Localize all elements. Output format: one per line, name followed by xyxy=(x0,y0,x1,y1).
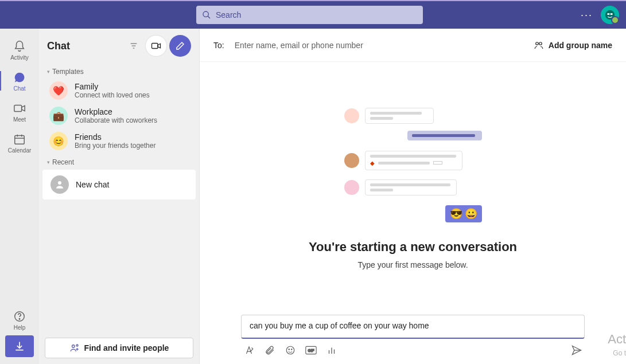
svg-rect-5 xyxy=(14,105,22,111)
person-icon xyxy=(50,175,69,194)
search-input[interactable] xyxy=(216,10,417,19)
avatar-face-icon xyxy=(605,10,615,20)
send-icon xyxy=(571,345,582,356)
download-icon xyxy=(14,340,25,352)
compose-icon xyxy=(175,41,185,51)
svg-point-25 xyxy=(289,349,290,350)
conversation-area: To: Add group name ◆ 😎😀 Y xyxy=(200,29,626,364)
template-title: Workplace xyxy=(75,107,157,116)
rail-activity[interactable]: Activity xyxy=(0,34,39,65)
template-title: Friends xyxy=(75,132,155,142)
rail-calendar[interactable]: Calendar xyxy=(0,127,39,158)
calendar-icon xyxy=(13,132,26,146)
rail-label: Chat xyxy=(13,85,25,92)
template-friends[interactable]: 😊 Friends Bring your friends together xyxy=(39,128,199,154)
emoji-icon xyxy=(285,345,295,355)
svg-rect-4 xyxy=(611,13,613,15)
bell-icon xyxy=(13,40,26,53)
add-group-name-button[interactable]: Add group name xyxy=(534,40,612,50)
search-box[interactable] xyxy=(196,6,423,24)
section-templates[interactable]: Templates xyxy=(39,63,199,78)
template-subtitle: Collaborate with coworkers xyxy=(75,116,157,124)
svg-rect-3 xyxy=(608,13,610,15)
svg-point-26 xyxy=(291,349,293,350)
filter-button[interactable] xyxy=(125,37,143,55)
invite-label: Find and invite people xyxy=(84,343,169,353)
panel-header: Chat xyxy=(39,29,199,63)
svg-point-2 xyxy=(605,10,615,20)
svg-rect-6 xyxy=(15,135,25,144)
template-family[interactable]: ❤️ Family Connect with loved ones xyxy=(39,78,199,103)
search-icon xyxy=(202,10,211,19)
svg-text:GIF: GIF xyxy=(308,349,314,353)
chat-list-panel: Chat Templates ❤️ Family Connect with lo… xyxy=(39,29,200,364)
svg-rect-15 xyxy=(152,44,158,49)
svg-point-24 xyxy=(286,346,294,354)
paperclip-icon xyxy=(265,345,275,355)
heart-icon: ❤️ xyxy=(49,81,68,100)
panel-title: Chat xyxy=(47,40,122,52)
video-icon xyxy=(13,101,26,115)
emoji-reaction-icon: 😎😀 xyxy=(445,205,482,222)
to-label: To: xyxy=(213,41,224,50)
send-button[interactable] xyxy=(571,345,582,356)
template-subtitle: Bring your friends together xyxy=(75,142,155,150)
video-icon xyxy=(151,41,161,51)
empty-subheading: Type your first message below. xyxy=(357,260,468,269)
rail-label: Help xyxy=(14,324,26,331)
svg-point-18 xyxy=(76,345,78,346)
gif-button[interactable]: GIF xyxy=(305,345,317,356)
more-options-icon[interactable]: ··· xyxy=(581,9,593,21)
svg-point-11 xyxy=(19,318,20,319)
template-title: Family xyxy=(75,82,150,91)
title-bar: ··· xyxy=(0,0,626,29)
user-avatar[interactable] xyxy=(601,6,619,24)
poll-button[interactable] xyxy=(326,345,337,356)
rail-label: Meet xyxy=(13,116,26,123)
to-input[interactable] xyxy=(235,41,534,50)
attach-button[interactable] xyxy=(264,345,275,356)
recent-title: New chat xyxy=(76,180,109,189)
emoji-button[interactable] xyxy=(285,345,296,356)
empty-state: ◆ 😎😀 You're starting a new conversation … xyxy=(200,62,626,315)
download-button[interactable] xyxy=(5,335,34,357)
compose-toolbar: GIF xyxy=(241,339,585,356)
recent-new-chat[interactable]: New chat xyxy=(42,170,196,199)
svg-point-0 xyxy=(203,11,208,17)
rail-chat[interactable]: Chat xyxy=(0,65,39,96)
smile-icon: 😊 xyxy=(49,132,68,150)
app-rail: Activity Chat Meet Calendar Help xyxy=(0,29,39,364)
people-add-icon xyxy=(69,343,80,353)
section-recent[interactable]: Recent xyxy=(39,154,199,169)
template-workplace[interactable]: 💼 Workplace Collaborate with coworkers xyxy=(39,103,199,128)
format-icon xyxy=(244,345,254,355)
svg-point-17 xyxy=(72,345,75,348)
invite-people-button[interactable]: Find and invite people xyxy=(45,338,193,358)
empty-heading: You're starting a new conversation xyxy=(309,240,517,255)
poll-icon xyxy=(326,345,337,355)
filter-icon xyxy=(129,41,138,50)
svg-line-1 xyxy=(208,16,210,18)
meet-now-button[interactable] xyxy=(145,35,167,57)
composer: can you buy me a cup of coffee on your w… xyxy=(200,315,626,364)
search-wrap xyxy=(196,6,423,24)
rail-meet[interactable]: Meet xyxy=(0,96,39,127)
rail-label: Activity xyxy=(10,54,29,61)
svg-point-16 xyxy=(58,181,61,185)
conversation-illustration: ◆ 😎😀 xyxy=(344,108,482,222)
people-icon xyxy=(534,40,544,50)
format-button[interactable] xyxy=(243,345,255,356)
message-input[interactable]: can you buy me a cup of coffee on your w… xyxy=(241,315,585,339)
template-subtitle: Connect with loved ones xyxy=(75,91,150,99)
briefcase-icon: 💼 xyxy=(49,107,68,125)
chat-icon xyxy=(13,71,26,84)
to-row: To: Add group name xyxy=(200,29,626,62)
help-icon xyxy=(13,310,26,323)
svg-point-22 xyxy=(539,42,542,45)
rail-label: Calendar xyxy=(8,147,32,154)
new-chat-button[interactable] xyxy=(169,35,191,57)
rail-help[interactable]: Help xyxy=(0,304,39,335)
gif-icon: GIF xyxy=(305,346,317,355)
svg-point-21 xyxy=(536,42,539,45)
